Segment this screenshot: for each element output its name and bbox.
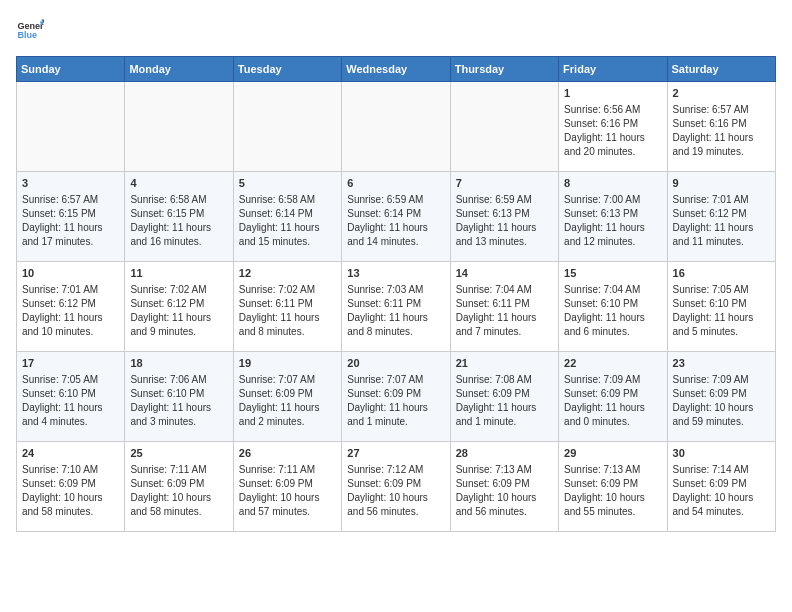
day-info: Sunset: 6:09 PM [347, 477, 444, 491]
day-info: Sunrise: 7:11 AM [239, 463, 336, 477]
day-number: 18 [130, 356, 227, 371]
day-info: Sunrise: 7:05 AM [673, 283, 770, 297]
day-info: Sunset: 6:16 PM [564, 117, 661, 131]
calendar-table: SundayMondayTuesdayWednesdayThursdayFrid… [16, 56, 776, 532]
day-info: Sunset: 6:09 PM [673, 387, 770, 401]
day-info: Sunrise: 7:12 AM [347, 463, 444, 477]
day-info: Daylight: 11 hours [564, 131, 661, 145]
day-info: and 5 minutes. [673, 325, 770, 339]
calendar-cell: 25Sunrise: 7:11 AMSunset: 6:09 PMDayligh… [125, 442, 233, 532]
day-number: 6 [347, 176, 444, 191]
day-info: and 8 minutes. [239, 325, 336, 339]
day-info: Sunset: 6:11 PM [456, 297, 553, 311]
day-info: Daylight: 11 hours [456, 401, 553, 415]
weekday-header-thursday: Thursday [450, 57, 558, 82]
calendar-cell [233, 82, 341, 172]
weekday-header-row: SundayMondayTuesdayWednesdayThursdayFrid… [17, 57, 776, 82]
day-info: Daylight: 10 hours [564, 491, 661, 505]
day-number: 15 [564, 266, 661, 281]
day-info: and 4 minutes. [22, 415, 119, 429]
day-number: 2 [673, 86, 770, 101]
day-number: 28 [456, 446, 553, 461]
day-info: Sunrise: 7:09 AM [564, 373, 661, 387]
day-info: Daylight: 11 hours [239, 401, 336, 415]
weekday-header-tuesday: Tuesday [233, 57, 341, 82]
day-info: Daylight: 11 hours [456, 221, 553, 235]
calendar-cell: 16Sunrise: 7:05 AMSunset: 6:10 PMDayligh… [667, 262, 775, 352]
day-info: and 16 minutes. [130, 235, 227, 249]
day-info: Daylight: 11 hours [564, 401, 661, 415]
day-info: and 1 minute. [456, 415, 553, 429]
day-number: 1 [564, 86, 661, 101]
calendar-cell: 18Sunrise: 7:06 AMSunset: 6:10 PMDayligh… [125, 352, 233, 442]
day-number: 16 [673, 266, 770, 281]
day-info: Sunset: 6:11 PM [347, 297, 444, 311]
day-info: Daylight: 11 hours [564, 221, 661, 235]
day-info: Sunset: 6:15 PM [22, 207, 119, 221]
day-info: Daylight: 11 hours [130, 401, 227, 415]
calendar-cell: 28Sunrise: 7:13 AMSunset: 6:09 PMDayligh… [450, 442, 558, 532]
logo: General Blue [16, 16, 44, 44]
day-number: 20 [347, 356, 444, 371]
day-number: 17 [22, 356, 119, 371]
day-info: Daylight: 10 hours [130, 491, 227, 505]
calendar-cell: 10Sunrise: 7:01 AMSunset: 6:12 PMDayligh… [17, 262, 125, 352]
day-info: Sunset: 6:16 PM [673, 117, 770, 131]
calendar-cell: 4Sunrise: 6:58 AMSunset: 6:15 PMDaylight… [125, 172, 233, 262]
day-info: and 55 minutes. [564, 505, 661, 519]
calendar-cell: 21Sunrise: 7:08 AMSunset: 6:09 PMDayligh… [450, 352, 558, 442]
day-info: Sunset: 6:11 PM [239, 297, 336, 311]
calendar-cell: 5Sunrise: 6:58 AMSunset: 6:14 PMDaylight… [233, 172, 341, 262]
day-info: Daylight: 10 hours [22, 491, 119, 505]
calendar-cell: 22Sunrise: 7:09 AMSunset: 6:09 PMDayligh… [559, 352, 667, 442]
day-info: Daylight: 11 hours [130, 311, 227, 325]
calendar-cell: 1Sunrise: 6:56 AMSunset: 6:16 PMDaylight… [559, 82, 667, 172]
day-info: and 54 minutes. [673, 505, 770, 519]
day-info: Daylight: 11 hours [239, 311, 336, 325]
calendar-cell: 27Sunrise: 7:12 AMSunset: 6:09 PMDayligh… [342, 442, 450, 532]
weekday-header-saturday: Saturday [667, 57, 775, 82]
day-number: 4 [130, 176, 227, 191]
day-info: Daylight: 11 hours [22, 401, 119, 415]
day-info: Sunrise: 7:08 AM [456, 373, 553, 387]
day-info: and 17 minutes. [22, 235, 119, 249]
day-info: and 14 minutes. [347, 235, 444, 249]
calendar-cell: 12Sunrise: 7:02 AMSunset: 6:11 PMDayligh… [233, 262, 341, 352]
calendar-cell: 9Sunrise: 7:01 AMSunset: 6:12 PMDaylight… [667, 172, 775, 262]
calendar-cell: 13Sunrise: 7:03 AMSunset: 6:11 PMDayligh… [342, 262, 450, 352]
day-number: 11 [130, 266, 227, 281]
calendar-week-row: 10Sunrise: 7:01 AMSunset: 6:12 PMDayligh… [17, 262, 776, 352]
day-number: 5 [239, 176, 336, 191]
calendar-week-row: 17Sunrise: 7:05 AMSunset: 6:10 PMDayligh… [17, 352, 776, 442]
day-info: Daylight: 11 hours [456, 311, 553, 325]
day-info: Sunrise: 6:57 AM [22, 193, 119, 207]
day-number: 21 [456, 356, 553, 371]
day-info: Sunrise: 7:07 AM [239, 373, 336, 387]
day-info: Daylight: 11 hours [347, 311, 444, 325]
day-info: and 12 minutes. [564, 235, 661, 249]
calendar-cell: 3Sunrise: 6:57 AMSunset: 6:15 PMDaylight… [17, 172, 125, 262]
calendar-cell: 24Sunrise: 7:10 AMSunset: 6:09 PMDayligh… [17, 442, 125, 532]
calendar-cell [342, 82, 450, 172]
weekday-header-monday: Monday [125, 57, 233, 82]
day-info: Sunset: 6:14 PM [239, 207, 336, 221]
calendar-cell: 23Sunrise: 7:09 AMSunset: 6:09 PMDayligh… [667, 352, 775, 442]
day-info: Daylight: 11 hours [673, 221, 770, 235]
day-info: Sunrise: 7:01 AM [22, 283, 119, 297]
day-info: Sunrise: 6:58 AM [130, 193, 227, 207]
day-info: Daylight: 10 hours [456, 491, 553, 505]
calendar-cell: 8Sunrise: 7:00 AMSunset: 6:13 PMDaylight… [559, 172, 667, 262]
day-info: and 6 minutes. [564, 325, 661, 339]
calendar-week-row: 3Sunrise: 6:57 AMSunset: 6:15 PMDaylight… [17, 172, 776, 262]
day-info: Sunset: 6:09 PM [456, 387, 553, 401]
day-number: 8 [564, 176, 661, 191]
day-number: 19 [239, 356, 336, 371]
day-number: 7 [456, 176, 553, 191]
day-number: 29 [564, 446, 661, 461]
day-info: Sunrise: 7:13 AM [456, 463, 553, 477]
day-info: and 0 minutes. [564, 415, 661, 429]
day-info: and 13 minutes. [456, 235, 553, 249]
day-info: and 1 minute. [347, 415, 444, 429]
day-info: and 15 minutes. [239, 235, 336, 249]
day-number: 22 [564, 356, 661, 371]
